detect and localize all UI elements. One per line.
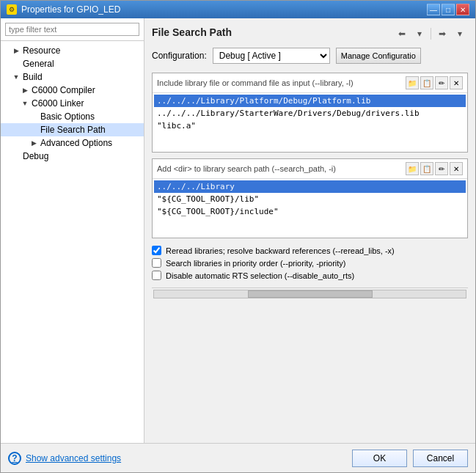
tree-label: File Search Path bbox=[40, 125, 106, 135]
checkbox-row-reread: Reread libraries; resolve backward refer… bbox=[152, 244, 468, 257]
tree-item-general[interactable]: General bbox=[1, 57, 144, 70]
edit-dir-button[interactable]: ✏ bbox=[435, 162, 448, 175]
section2-icons: 📁 📋 ✏ ✕ bbox=[406, 162, 463, 175]
close-button[interactable]: ✕ bbox=[456, 4, 469, 15]
maximize-button[interactable]: □ bbox=[442, 4, 455, 15]
arrow-icon: ▶ bbox=[30, 139, 37, 147]
list-item[interactable]: "${CG_TOOL_ROOT}/lib" bbox=[154, 193, 466, 205]
reread-checkbox[interactable] bbox=[152, 246, 161, 255]
tree-label: C6000 Linker bbox=[32, 98, 84, 109]
horizontal-scrollbar-area bbox=[152, 287, 468, 299]
window-title: Properties for GPIO_LED bbox=[21, 4, 120, 15]
tree-item-file-search-path[interactable]: File Search Path bbox=[1, 123, 144, 136]
arrow-icon: ▶ bbox=[21, 87, 29, 94]
arrow-icon: ▼ bbox=[12, 73, 20, 81]
tree-label: Basic Options bbox=[40, 111, 95, 122]
tree-item-c6000-linker[interactable]: ▼ C6000 Linker bbox=[1, 97, 144, 110]
delete-dir-button[interactable]: ✕ bbox=[450, 162, 463, 175]
tree-label: Debug bbox=[23, 151, 48, 161]
title-bar-left: ⚙ Properties for GPIO_LED bbox=[7, 4, 120, 15]
config-select[interactable]: Debug [ Active ] bbox=[213, 48, 330, 64]
cancel-button[interactable]: Cancel bbox=[413, 450, 468, 467]
checkbox-row-priority: Search libraries in priority order (--pr… bbox=[152, 257, 468, 269]
filter-input[interactable] bbox=[5, 23, 139, 36]
filter-box bbox=[1, 18, 144, 41]
add-dir-button[interactable]: 📁 bbox=[406, 162, 419, 175]
config-label: Configuration: bbox=[152, 51, 207, 61]
list-item[interactable]: ../../../Library/Platform/Debug/Platform… bbox=[154, 95, 466, 107]
copy-button[interactable]: 📋 bbox=[420, 76, 433, 89]
section2-title: Add <dir> to library search path (--sear… bbox=[157, 164, 336, 173]
arrow-icon: ▼ bbox=[21, 100, 29, 107]
left-panel: ▶ Resource General ▼ Build ▶ C6000 Compi… bbox=[1, 18, 144, 443]
section1-icons: 📁 📋 ✏ ✕ bbox=[406, 76, 463, 89]
arrow-icon bbox=[12, 60, 20, 67]
library-files-list: ../../../Library/Platform/Debug/Platform… bbox=[153, 93, 467, 152]
help-icon: ? bbox=[8, 452, 21, 465]
panel-title: File Search Path bbox=[152, 26, 232, 41]
edit-button[interactable]: ✏ bbox=[435, 76, 448, 89]
bottom-bar: ? Show advanced settings OK Cancel bbox=[1, 443, 475, 472]
tree-item-resource[interactable]: ▶ Resource bbox=[1, 44, 144, 57]
autorts-label: Disable automatic RTS selection (--disab… bbox=[166, 271, 354, 280]
tree-label: C6000 Compiler bbox=[32, 85, 95, 95]
library-files-section: Include library file or command file as … bbox=[152, 73, 468, 153]
help-link[interactable]: ? Show advanced settings bbox=[8, 452, 121, 465]
nav-forward-dropdown[interactable]: ▾ bbox=[452, 26, 468, 42]
tree-label: Advanced Options bbox=[40, 138, 112, 148]
checkbox-row-autorts: Disable automatic RTS selection (--disab… bbox=[152, 269, 468, 282]
ok-button[interactable]: OK bbox=[352, 450, 407, 467]
add-file-button[interactable]: 📁 bbox=[406, 76, 419, 89]
nav-back-button[interactable]: ⬅ bbox=[394, 26, 410, 42]
copy-dir-button[interactable]: 📋 bbox=[420, 162, 433, 175]
checkboxes-area: Reread libraries; resolve backward refer… bbox=[152, 244, 468, 282]
tree-item-build[interactable]: ▼ Build bbox=[1, 70, 144, 84]
search-path-section: Add <dir> to library search path (--sear… bbox=[152, 158, 468, 238]
help-link-text[interactable]: Show advanced settings bbox=[26, 453, 121, 463]
scrollbar-thumb bbox=[248, 290, 373, 298]
tree-item-advanced-options[interactable]: ▶ Advanced Options bbox=[1, 136, 144, 150]
autorts-checkbox[interactable] bbox=[152, 271, 161, 280]
tree-label: General bbox=[23, 59, 54, 69]
content-area: ▶ Resource General ▼ Build ▶ C6000 Compi… bbox=[1, 18, 475, 443]
right-panel: File Search Path ⬅ ▾ ➡ ▾ Configuration: … bbox=[144, 18, 475, 443]
list-item[interactable]: "libc.a" bbox=[154, 120, 466, 132]
arrow-icon bbox=[30, 126, 37, 133]
tree-item-basic-options[interactable]: Basic Options bbox=[1, 110, 144, 123]
minimize-button[interactable]: — bbox=[427, 4, 440, 15]
manage-config-button[interactable]: Manage Configuratio bbox=[336, 48, 421, 64]
reread-label: Reread libraries; resolve backward refer… bbox=[166, 246, 395, 255]
title-buttons: — □ ✕ bbox=[427, 4, 469, 15]
window-icon: ⚙ bbox=[7, 4, 17, 15]
arrow-icon bbox=[12, 153, 20, 160]
section1-title: Include library file or command file as … bbox=[157, 78, 354, 87]
section2-header: Add <dir> to library search path (--sear… bbox=[153, 159, 467, 179]
nav-back-dropdown[interactable]: ▾ bbox=[411, 26, 428, 42]
list-item[interactable]: ../../../Library/StarterWare/Drivers/Deb… bbox=[154, 107, 466, 120]
list-item[interactable]: ../../../Library bbox=[154, 180, 466, 193]
tree-label: Build bbox=[23, 72, 43, 82]
search-path-list: ../../../Library "${CG_TOOL_ROOT}/lib" "… bbox=[153, 179, 467, 238]
dialog-buttons: OK Cancel bbox=[352, 450, 468, 467]
priority-checkbox[interactable] bbox=[152, 258, 161, 268]
nav-separator bbox=[431, 28, 431, 40]
tree-item-c6000-compiler[interactable]: ▶ C6000 Compiler bbox=[1, 84, 144, 97]
list-item[interactable]: "${CG_TOOL_ROOT}/include" bbox=[154, 205, 466, 218]
config-row: Configuration: Debug [ Active ] Manage C… bbox=[152, 48, 468, 64]
main-window: ⚙ Properties for GPIO_LED — □ ✕ ▶ Resour… bbox=[0, 0, 476, 473]
tree-item-debug[interactable]: Debug bbox=[1, 150, 144, 163]
arrow-icon bbox=[30, 113, 37, 120]
section1-header: Include library file or command file as … bbox=[153, 73, 467, 93]
title-bar: ⚙ Properties for GPIO_LED — □ ✕ bbox=[1, 1, 475, 18]
horizontal-scrollbar[interactable] bbox=[153, 290, 466, 298]
nav-icons: ⬅ ▾ ➡ ▾ bbox=[394, 26, 468, 42]
tree: ▶ Resource General ▼ Build ▶ C6000 Compi… bbox=[1, 41, 144, 443]
priority-label: Search libraries in priority order (--pr… bbox=[166, 259, 346, 268]
tree-label: Resource bbox=[23, 45, 60, 56]
arrow-icon: ▶ bbox=[12, 47, 20, 54]
nav-forward-button[interactable]: ➡ bbox=[434, 26, 450, 42]
delete-button[interactable]: ✕ bbox=[450, 76, 463, 89]
